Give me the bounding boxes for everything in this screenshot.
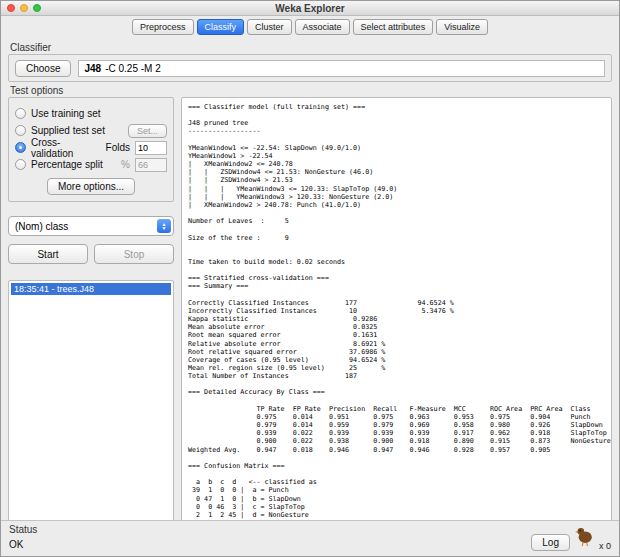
classifier-params: -C 0.25 -M 2 bbox=[105, 63, 161, 74]
minimize-window-button[interactable] bbox=[20, 4, 28, 12]
classifier-panel: Classifier Choose J48 -C 0.25 -M 2 bbox=[8, 54, 612, 82]
option-percentage-split[interactable]: Percentage split % bbox=[15, 156, 167, 173]
class-attribute-selector[interactable]: (Nom) class ▲▼ bbox=[8, 216, 174, 236]
titlebar: Weka Explorer bbox=[1, 1, 619, 16]
status-bar: Status OK Log x 0 bbox=[1, 520, 619, 556]
stop-button[interactable]: Stop bbox=[94, 244, 174, 264]
more-options-button[interactable]: More options... bbox=[47, 178, 135, 195]
class-attribute-value: (Nom) class bbox=[15, 221, 68, 232]
choose-button[interactable]: Choose bbox=[15, 60, 71, 77]
percentage-split-radio[interactable] bbox=[15, 159, 26, 170]
result-list-item[interactable]: 18:35:41 - trees.J48 bbox=[11, 283, 171, 295]
option-cross-validation[interactable]: Cross-validation Folds bbox=[15, 139, 167, 156]
test-options-group-label: Test options bbox=[10, 85, 63, 96]
tab-bar: Preprocess Classify Cluster Associate Se… bbox=[1, 16, 619, 38]
run-controls: Start Stop bbox=[8, 244, 174, 264]
weka-bird-icon bbox=[575, 526, 594, 551]
combo-arrows-icon: ▲▼ bbox=[157, 219, 171, 233]
status-label: Status bbox=[9, 524, 611, 535]
classifier-output-panel[interactable]: Classifier output === Classifier model (… bbox=[181, 97, 612, 523]
percent-label: % bbox=[121, 159, 130, 170]
set-button[interactable]: Set... bbox=[128, 124, 167, 138]
supplied-test-set-label: Supplied test set bbox=[31, 125, 105, 136]
tab-cluster[interactable]: Cluster bbox=[247, 19, 292, 35]
main-content: Test options Use training set Supplied t… bbox=[8, 97, 612, 523]
tab-associate[interactable]: Associate bbox=[295, 19, 350, 35]
cross-validation-radio[interactable] bbox=[15, 142, 26, 153]
log-button[interactable]: Log bbox=[531, 534, 570, 551]
classifier-config-field[interactable]: J48 -C 0.25 -M 2 bbox=[78, 60, 605, 77]
percentage-split-label: Percentage split bbox=[31, 159, 103, 170]
tab-visualize[interactable]: Visualize bbox=[436, 19, 488, 35]
percentage-input[interactable] bbox=[135, 158, 167, 172]
cross-validation-label: Cross-validation bbox=[31, 137, 101, 159]
classifier-output-text[interactable]: === Classifier model (full training set)… bbox=[188, 103, 609, 519]
supplied-test-set-radio[interactable] bbox=[15, 125, 26, 136]
classifier-group-label: Classifier bbox=[10, 42, 51, 53]
classifier-name: J48 bbox=[84, 63, 101, 74]
tab-preprocess[interactable]: Preprocess bbox=[132, 19, 194, 35]
tab-select-attributes[interactable]: Select attributes bbox=[353, 19, 434, 35]
weka-explorer-window: Weka Explorer Preprocess Classify Cluste… bbox=[0, 0, 620, 557]
test-options-panel: Test options Use training set Supplied t… bbox=[8, 97, 174, 202]
use-training-set-radio[interactable] bbox=[15, 108, 26, 119]
zoom-window-button[interactable] bbox=[33, 4, 41, 12]
folds-input[interactable] bbox=[135, 141, 167, 155]
tab-classify[interactable]: Classify bbox=[197, 19, 245, 35]
status-message: OK bbox=[9, 539, 611, 550]
start-button[interactable]: Start bbox=[8, 244, 88, 264]
close-window-button[interactable] bbox=[7, 4, 15, 12]
result-list-panel[interactable]: Result list (right-click for options) 18… bbox=[8, 280, 174, 523]
use-training-set-label: Use training set bbox=[31, 108, 100, 119]
option-use-training-set[interactable]: Use training set bbox=[15, 105, 167, 122]
folds-label: Folds bbox=[106, 142, 130, 153]
weka-task-counter: x 0 bbox=[599, 541, 611, 551]
window-title: Weka Explorer bbox=[1, 3, 619, 14]
left-panel: Test options Use training set Supplied t… bbox=[8, 97, 174, 523]
window-controls bbox=[7, 4, 41, 12]
